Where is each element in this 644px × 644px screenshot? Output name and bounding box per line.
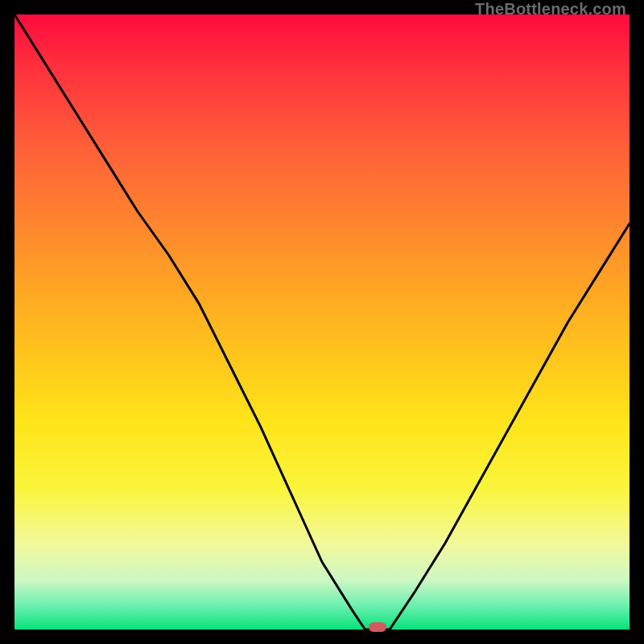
bottleneck-marker	[369, 622, 386, 632]
chart-frame: TheBottleneck.com	[0, 0, 644, 644]
plot-area	[14, 14, 630, 630]
bottleneck-curve	[14, 14, 630, 630]
